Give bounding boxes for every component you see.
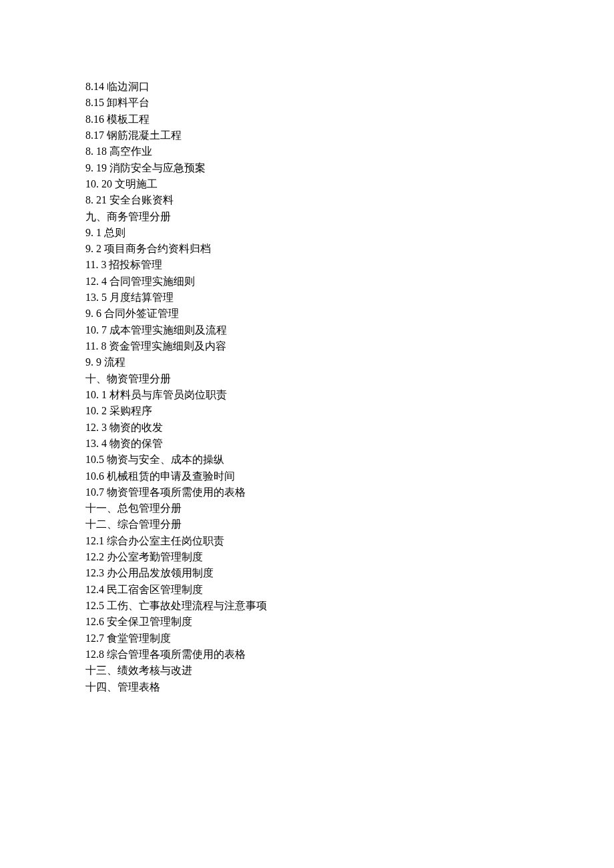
toc-line: 12.7 食堂管理制度: [85, 630, 614, 646]
toc-line: 12. 4 合同管理实施细则: [85, 274, 614, 290]
toc-line: 8.15 卸料平台: [85, 95, 614, 111]
toc-line: 13. 4 物资的保管: [85, 436, 614, 452]
toc-line: 8.16 模板工程: [85, 111, 614, 127]
toc-line: 10.6 机械租赁的申请及查验时间: [85, 468, 614, 484]
toc-line: 9. 1 总则: [85, 225, 614, 241]
toc-line: 8.17 钢筋混凝土工程: [85, 127, 614, 143]
toc-line: 12.3 办公用品发放领用制度: [85, 565, 614, 581]
toc-line: 10.5 物资与安全、成本的操纵: [85, 452, 614, 468]
toc-line: 12. 3 物资的收发: [85, 420, 614, 436]
toc-line: 9. 6 合同外签证管理: [85, 306, 614, 322]
toc-line: 12.5 工伤、亡事故处理流程与注意事项: [85, 598, 614, 614]
toc-line: 12.4 民工宿舍区管理制度: [85, 582, 614, 598]
toc-line: 12.2 办公室考勤管理制度: [85, 549, 614, 565]
toc-line: 十二、综合管理分册: [85, 516, 614, 532]
toc-line: 9. 19 消防安全与应急预案: [85, 160, 614, 176]
toc-line: 12.1 综合办公室主任岗位职责: [85, 533, 614, 549]
toc-line: 8.14 临边洞口: [85, 79, 614, 95]
toc-line: 九、商务管理分册: [85, 209, 614, 225]
toc-line: 十三、绩效考核与改进: [85, 663, 614, 679]
toc-line: 十四、管理表格: [85, 679, 614, 695]
toc-line: 10.7 物资管理各项所需使用的表格: [85, 484, 614, 500]
toc-line: 十、物资管理分册: [85, 371, 614, 387]
toc-line: 8. 18 高空作业: [85, 143, 614, 159]
toc-line: 10. 1 材料员与库管员岗位职责: [85, 387, 614, 403]
toc-line: 12.6 安全保卫管理制度: [85, 614, 614, 630]
toc-line: 10. 2 采购程序: [85, 403, 614, 419]
toc-line: 9. 2 项目商务合约资料归档: [85, 241, 614, 257]
toc-line: 9. 9 流程: [85, 354, 614, 370]
toc-line: 11. 8 资金管理实施细则及内容: [85, 338, 614, 354]
toc-line: 10. 20 文明施工: [85, 176, 614, 192]
toc-line: 13. 5 月度结算管理: [85, 290, 614, 306]
toc-line: 11. 3 招投标管理: [85, 257, 614, 273]
toc-line: 8. 21 安全台账资料: [85, 192, 614, 208]
toc-line: 12.8 综合管理各项所需使用的表格: [85, 646, 614, 663]
toc-line: 10. 7 成本管理实施细则及流程: [85, 322, 614, 338]
toc-line: 十一、总包管理分册: [85, 500, 614, 516]
